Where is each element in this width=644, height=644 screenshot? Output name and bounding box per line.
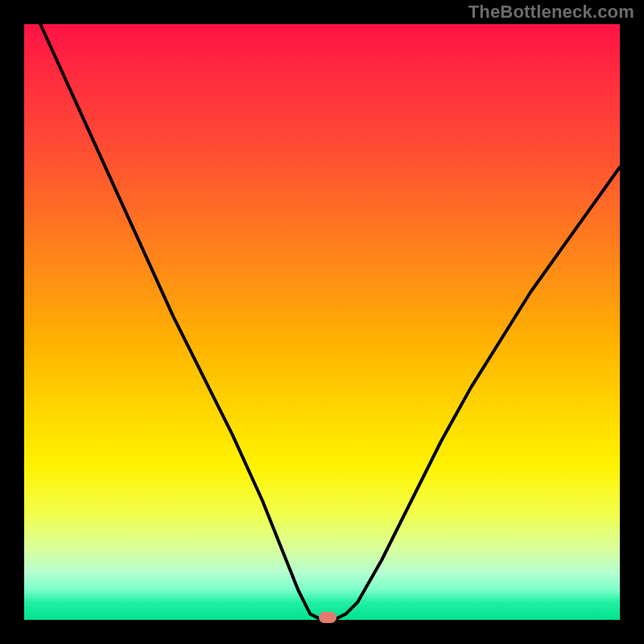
chart-plot-area bbox=[24, 24, 620, 620]
chart-frame: TheBottleneck.com bbox=[0, 0, 644, 644]
minimum-marker bbox=[319, 612, 336, 623]
bottleneck-curve bbox=[24, 24, 620, 620]
watermark-text: TheBottleneck.com bbox=[469, 2, 634, 23]
